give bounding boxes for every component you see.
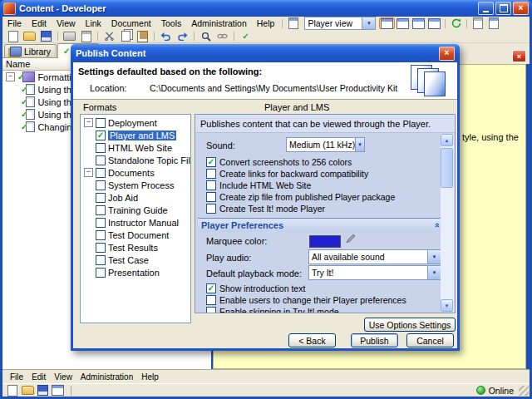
menu-help[interactable]: Help	[252, 17, 280, 29]
pref-enable-user-prefs[interactable]: Enable users to change their Player pref…	[206, 295, 406, 305]
marquee-color-swatch[interactable]	[309, 235, 341, 248]
format-test-document[interactable]: Test Document	[81, 229, 190, 241]
window-titlebar[interactable]: Content - Developer ×	[0, 0, 532, 17]
find-icon[interactable]	[198, 31, 214, 42]
format-checkbox-checked[interactable]: ✓	[96, 131, 106, 140]
menu-file[interactable]: File	[2, 17, 27, 29]
checkbox[interactable]	[206, 307, 216, 313]
format-checkbox[interactable]	[96, 268, 106, 278]
format-checkbox[interactable]	[96, 118, 106, 128]
print-icon[interactable]	[62, 31, 77, 42]
format-test-case[interactable]: Test Case	[81, 254, 190, 266]
publish-icon[interactable]	[485, 17, 501, 29]
menu-link[interactable]: Link	[81, 17, 106, 29]
bottom-menu-administration[interactable]: Administration	[76, 372, 137, 382]
menu-tools[interactable]: Tools	[156, 17, 187, 29]
format-checkbox[interactable]	[96, 230, 106, 240]
option-include-html[interactable]: Include HTML Web Site	[206, 180, 311, 190]
checkbox[interactable]	[206, 204, 216, 214]
chevron-down-icon[interactable]: ▼	[362, 17, 375, 29]
format-checkbox[interactable]	[96, 180, 106, 190]
save-icon[interactable]	[38, 31, 54, 42]
pref-enable-skipping[interactable]: Enable skipping in Try It! mode	[206, 307, 339, 313]
open-icon[interactable]	[22, 31, 37, 42]
print-preview-icon[interactable]	[78, 31, 94, 42]
checkbox[interactable]	[206, 295, 216, 305]
bottom-menu-help[interactable]: Help	[137, 372, 163, 382]
option-create-zip[interactable]: Create zip file from published Player pa…	[206, 192, 395, 202]
checkbox[interactable]	[206, 180, 216, 190]
option-convert-screenshots[interactable]: ✓ Convert screenshots to 256 colors	[206, 157, 352, 167]
menu-administration[interactable]: Administration	[186, 17, 252, 29]
checkbox[interactable]	[206, 169, 216, 179]
option-backward-links[interactable]: Create links for backward compatibility	[206, 169, 368, 179]
refresh-icon[interactable]	[448, 17, 464, 29]
format-training-guide[interactable]: Training Guide	[81, 204, 190, 216]
resize-grip[interactable]	[519, 386, 529, 396]
statusbar-view-icon[interactable]	[51, 385, 64, 397]
view-outline-icon[interactable]	[395, 17, 411, 29]
format-player-lms[interactable]: ✓ Player and LMS	[81, 129, 190, 141]
document-properties-icon[interactable]	[470, 17, 485, 29]
expander-icon[interactable]: −	[6, 72, 15, 81]
format-checkbox[interactable]	[96, 143, 106, 153]
format-presentation[interactable]: Presentation	[81, 266, 190, 278]
format-checkbox[interactable]	[96, 168, 106, 178]
back-button[interactable]: < Back	[288, 333, 336, 347]
paste-icon[interactable]	[135, 31, 150, 42]
view-web-icon[interactable]	[426, 17, 442, 29]
use-options-settings-button[interactable]: Use Options Settings	[364, 318, 456, 332]
view-mode-combo[interactable]: Player view ▼	[304, 17, 376, 30]
scroll-up-button[interactable]: ▲	[441, 134, 453, 146]
expander-icon[interactable]: −	[84, 118, 93, 127]
menu-view[interactable]: View	[52, 17, 81, 29]
undo-icon[interactable]	[158, 31, 174, 42]
cut-icon[interactable]	[101, 31, 117, 42]
bottom-menu-file[interactable]: File	[6, 372, 27, 382]
minimize-button[interactable]	[478, 2, 494, 15]
statusbar-new-icon[interactable]	[6, 385, 19, 397]
format-group-deployment[interactable]: − Deployment	[81, 116, 190, 129]
format-checkbox[interactable]	[96, 193, 106, 203]
format-job-aid[interactable]: Job Aid	[81, 191, 190, 204]
playback-mode-combo[interactable]: Try It! ▼	[308, 265, 441, 280]
bottom-menu-edit[interactable]: Edit	[27, 372, 50, 382]
dialog-titlebar[interactable]: Publish Content ×	[71, 44, 460, 62]
checkbox[interactable]	[206, 192, 216, 202]
cancel-button[interactable]: Cancel	[406, 333, 454, 347]
pref-show-introduction[interactable]: ✓ Show introduction text	[206, 283, 305, 293]
close-button[interactable]: ×	[513, 2, 529, 15]
dialog-close-button[interactable]: ×	[439, 47, 455, 61]
redo-icon[interactable]	[175, 31, 190, 42]
option-test-it-mode[interactable]: Create Test It! mode Player	[206, 204, 325, 214]
publish-button[interactable]: Publish	[351, 333, 398, 347]
document-close-button[interactable]: ×	[512, 50, 526, 62]
maximize-button[interactable]	[495, 2, 511, 15]
format-standalone-topic-files[interactable]: Standalone Topic Files	[81, 154, 190, 166]
chevron-down-icon[interactable]: ▼	[427, 250, 441, 264]
color-picker-icon[interactable]	[346, 234, 356, 245]
view-details-icon[interactable]	[411, 17, 426, 29]
statusbar-open-icon[interactable]	[21, 385, 34, 397]
menu-document[interactable]: Document	[106, 17, 156, 29]
copy-icon[interactable]	[118, 31, 134, 42]
chevron-down-icon[interactable]: ▼	[355, 138, 364, 151]
preview-icon[interactable]	[285, 17, 301, 29]
expander-icon[interactable]: −	[84, 168, 93, 177]
format-checkbox[interactable]	[96, 155, 106, 165]
checkbox-checked[interactable]: ✓	[206, 157, 216, 167]
format-instructor-manual[interactable]: Instructor Manual	[81, 216, 190, 229]
format-checkbox[interactable]	[96, 243, 106, 253]
sound-combo[interactable]: Medium (11 kHz) ▼	[286, 137, 365, 152]
scroll-down-button[interactable]: ▼	[441, 299, 453, 312]
format-checkbox[interactable]	[96, 205, 106, 215]
format-test-results[interactable]: Test Results	[81, 241, 190, 254]
statusbar-save-icon[interactable]	[36, 385, 49, 397]
play-audio-combo[interactable]: All available sound ▼	[308, 249, 441, 264]
format-system-process[interactable]: System Process	[81, 179, 190, 191]
chevron-down-icon[interactable]: ▼	[427, 266, 441, 279]
checkbox-checked[interactable]: ✓	[206, 283, 216, 293]
format-checkbox[interactable]	[96, 218, 106, 228]
link-icon[interactable]	[214, 31, 230, 42]
panel-scrollbar[interactable]: ▲ ▼	[441, 134, 454, 312]
